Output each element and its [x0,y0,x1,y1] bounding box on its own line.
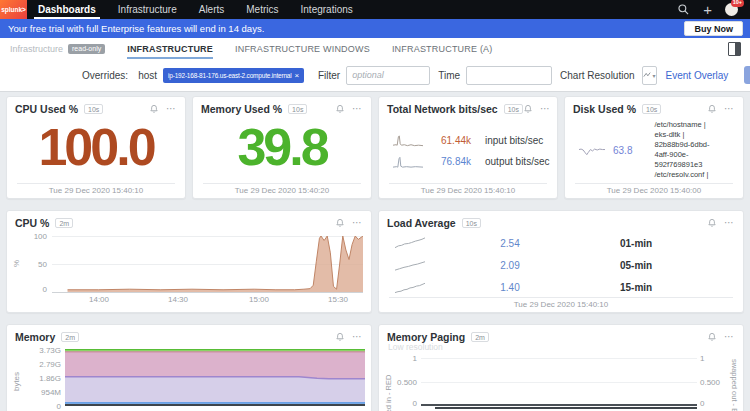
chart-menu-icon[interactable]: ⋯ [352,218,363,228]
y-tick: 0 [700,399,726,408]
y-tick: 3.73G [15,346,61,355]
host-filter-chip[interactable]: ip-192-168-81-176.us-east-2.compute.inte… [163,68,304,83]
single-value: 39.8 [193,111,371,183]
notification-badge: 10+ [731,0,744,7]
add-icon[interactable]: + [703,2,712,17]
save-button[interactable]: Save [744,66,750,84]
y-tick: 0 [389,399,417,408]
chart-menu-icon[interactable]: ⋯ [724,332,735,342]
alert-bell-icon[interactable] [707,104,717,114]
user-avatar[interactable]: 10+ [725,3,738,16]
x-tick: 14:30 [164,295,192,304]
metric-value: 76.84k [435,156,477,167]
alert-bell-icon[interactable] [707,332,717,342]
resolution-badge: 10s [462,218,481,228]
chart-subtitle: Low resolution [388,342,443,352]
chart-menu-icon[interactable]: ⋯ [352,332,363,342]
list-item: 2.09 05-min [379,255,743,275]
nav-item-infrastructure[interactable]: Infrastructure [107,0,188,19]
chart-card-memory: Memory 2m ⋯ bytes 3.73G 2.79G 1.86G 954M… [6,324,372,411]
metric-value: 1.40 [485,282,535,293]
chart-card-disk: Disk Used % 10s ⋯ 63.8 /etc/hostname | e… [564,96,744,199]
list-item: 1.40 15-min [379,277,743,297]
dashboard-grid: CPU Used % 10s ⋯ 100.0 Tue 29 Dec 2020 1… [0,92,750,411]
disk-sparkline [579,143,605,157]
network-input-sparkline [393,134,423,148]
chart-title: Memory [15,331,55,343]
y-tick: 0 [15,402,61,411]
chart-timestamp: Tue 29 Dec 2020 15:40:10 [514,300,608,309]
cpu-percent-area-chart[interactable] [52,236,363,293]
metric-label: 15-min [620,282,652,293]
chart-title: Load Average [387,217,456,229]
x-tick: 15:30 [324,295,352,304]
nav-item-dashboards[interactable]: Dashboards [27,0,107,19]
sidebar-toggle-icon[interactable] [728,42,741,56]
event-overlay-link[interactable]: Event Overlay [666,70,729,81]
time-label: Time [438,70,460,81]
tab-infrastructure-windows[interactable]: INFRASTRUCTURE WINDOWS [235,38,370,59]
tab-infrastructure[interactable]: INFRASTRUCTURE [127,38,213,59]
filter-input[interactable] [346,66,430,85]
dashboard-group-label: Infrastructure [10,44,63,54]
metric-label: 05-min [620,260,652,271]
search-icon[interactable] [677,3,690,16]
remove-filter-icon[interactable]: × [294,71,298,80]
list-item: 2.54 01-min [379,233,743,253]
chart-timestamp: Tue 29 Dec 2020 15:40:10 [421,186,515,195]
chart-menu-icon[interactable]: ⋯ [724,218,735,228]
y-tick: 954M [15,388,61,397]
swapped-in-series-line [421,404,697,406]
tab-infrastructure-a[interactable]: INFRASTRUCTURE (A) [392,38,493,59]
nav-item-metrics[interactable]: Metrics [235,0,289,19]
time-input[interactable] [466,66,552,85]
chart-card-memory-paging: Memory Paging 2m ⋯ Low resolution swappe… [378,324,744,411]
chart-card-cpu-percent: CPU % 2m ⋯ % 100 50 0 14:00 14:30 15:00 … [6,210,372,313]
alert-bell-icon[interactable] [335,218,345,228]
y-tick: 1 [389,354,417,363]
chart-menu-icon[interactable]: ⋯ [724,104,735,114]
chart-title: CPU % [15,217,49,229]
chart-timestamp: Tue 29 Dec 2020 15:40:00 [607,186,701,195]
metric-label: 01-min [620,238,652,249]
y-tick: 100 [13,232,47,241]
list-item: 76.84k output bits/sec [379,153,557,171]
list-item: 61.44k input bits/sec [379,132,557,150]
y-tick: 50 [13,260,47,269]
y-tick: 0.500 [389,378,417,387]
chevron-down-icon: ▾ [653,72,656,79]
chart-resolution-label: Chart Resolution [560,70,634,81]
filter-label: Filter [318,70,340,81]
chart-timestamp: Tue 29 Dec 2020 15:40:20 [235,186,329,195]
metric-label: output bits/sec [485,156,549,167]
splunk-logo[interactable]: splunk> [0,0,27,19]
navbar-actions: + 10+ [677,0,750,19]
y-tick: 0 [13,285,47,294]
load-1min-sparkline [395,236,425,250]
nav-item-alerts[interactable]: Alerts [188,0,236,19]
alert-bell-icon[interactable] [707,218,717,228]
metric-value: 2.09 [485,260,535,271]
metric-label: input bits/sec [485,135,543,146]
swapped-out-series-line [435,407,697,409]
alert-bell-icon[interactable] [335,332,345,342]
memory-stacked-area-chart[interactable] [65,348,365,406]
resolution-badge: 2m [55,218,73,228]
memory-paging-chart[interactable] [421,353,697,411]
x-tick: 15:00 [245,295,273,304]
buy-now-button[interactable]: Buy Now [684,21,743,36]
disk-mount-label: /etc/hostname | eks-dltk | 82b88b9d-6dbd… [654,120,709,180]
chart-timestamp: Tue 29 Dec 2020 15:40:10 [49,186,143,195]
alert-bell-icon[interactable] [523,104,533,114]
chart-menu-icon[interactable]: ⋯ [540,104,551,114]
y-axis-label-right: swapped out - BLUE [730,359,739,411]
resolution-badge: 10s [642,104,661,114]
load-15min-sparkline [395,280,425,294]
chart-resolution-dropdown[interactable]: ▾ [642,66,657,85]
host-filter-key: host [138,70,157,81]
metric-value: 61.44k [435,135,477,146]
metric-value: 63.8 [613,145,632,156]
nav-item-integrations[interactable]: Integrations [290,0,364,19]
readonly-badge: read-only [68,44,105,54]
resolution-badge: 2m [61,332,79,342]
